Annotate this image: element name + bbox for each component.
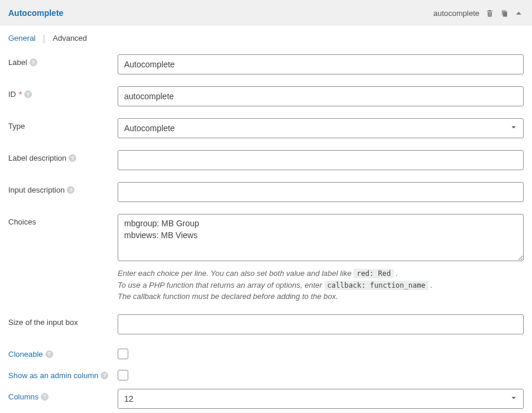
tab-separator	[44, 35, 44, 43]
collapse-icon[interactable]	[515, 9, 523, 17]
help-icon[interactable]: ?	[24, 90, 32, 98]
duplicate-icon[interactable]	[500, 9, 509, 18]
form-body: Label ? ID* ? Type Autocomplete	[0, 44, 532, 413]
hint-code: red: Red	[353, 269, 394, 278]
field-label: Input description ?	[8, 182, 118, 194]
label-text: Type	[8, 122, 25, 131]
label-text: Show as an admin column	[8, 371, 98, 380]
help-icon[interactable]: ?	[46, 350, 53, 358]
field-label: Label description ?	[8, 150, 118, 162]
row-label: Label ?	[8, 54, 524, 74]
required-marker: *	[19, 90, 22, 99]
id-input[interactable]	[118, 86, 524, 106]
row-type: Type Autocomplete	[8, 118, 524, 138]
cloneable-checkbox[interactable]	[118, 349, 128, 359]
label-description-input[interactable]	[118, 150, 524, 170]
panel-header: Autocomplete autocomplete	[0, 0, 532, 25]
trash-icon[interactable]	[485, 9, 494, 18]
panel-actions: autocomplete	[433, 9, 523, 18]
field-label[interactable]: Cloneable ?	[8, 346, 118, 359]
hint-text: The callback function must be declared b…	[118, 291, 524, 303]
help-icon[interactable]: ?	[41, 393, 48, 401]
label-text: Choices	[8, 217, 36, 226]
type-select[interactable]: Autocomplete	[118, 118, 524, 138]
help-icon[interactable]: ?	[100, 372, 108, 379]
row-columns: Columns ? 12	[8, 389, 524, 409]
field-label: Choices	[8, 214, 118, 226]
tab-advanced[interactable]: Advanced	[53, 34, 87, 44]
help-icon[interactable]: ?	[69, 154, 76, 162]
size-input[interactable]	[118, 314, 524, 334]
label-text: Label description	[8, 154, 66, 162]
row-label-description: Label description ?	[8, 150, 524, 170]
help-icon[interactable]: ?	[30, 58, 37, 66]
hint-text: To use a PHP function that returns an ar…	[118, 281, 325, 290]
field-label: Label ?	[8, 54, 118, 67]
choices-textarea[interactable]	[118, 214, 524, 261]
row-admin-column: Show as an admin column ?	[8, 368, 524, 381]
label-text: Input description	[8, 186, 64, 194]
row-size: Size of the input box	[8, 314, 524, 334]
help-icon[interactable]: ?	[67, 186, 74, 194]
field-label: ID* ?	[8, 86, 118, 99]
tabs: General Advanced	[0, 25, 532, 44]
label-text: ID	[8, 90, 16, 99]
field-label[interactable]: Columns ?	[8, 389, 118, 401]
label-text: Columns	[8, 392, 38, 401]
hint-text: Enter each choice per line. You can also…	[118, 269, 353, 278]
hint-text: .	[394, 269, 398, 278]
row-choices: Choices Enter each choice per line. You …	[8, 214, 524, 303]
label-text: Size of the input box	[8, 318, 78, 327]
row-cloneable: Cloneable ?	[8, 346, 524, 359]
field-label: Size of the input box	[8, 314, 118, 327]
panel-title[interactable]: Autocomplete	[8, 8, 63, 18]
tab-general[interactable]: General	[8, 34, 35, 44]
field-label: Type	[8, 118, 118, 131]
admin-column-checkbox[interactable]	[118, 370, 128, 381]
hint-text: .	[429, 281, 433, 290]
field-label[interactable]: Show as an admin column ?	[8, 368, 118, 380]
label-input[interactable]	[118, 54, 524, 74]
label-text: Cloneable	[8, 350, 43, 359]
choices-hint: Enter each choice per line. You can also…	[118, 268, 524, 303]
panel-type-label: autocomplete	[433, 9, 479, 18]
columns-select[interactable]: 12	[118, 389, 524, 409]
hint-code: callback: function_name	[325, 281, 429, 290]
input-description-input[interactable]	[118, 182, 524, 202]
row-id: ID* ?	[8, 86, 524, 106]
label-text: Label	[8, 58, 27, 67]
row-input-description: Input description ?	[8, 182, 524, 202]
